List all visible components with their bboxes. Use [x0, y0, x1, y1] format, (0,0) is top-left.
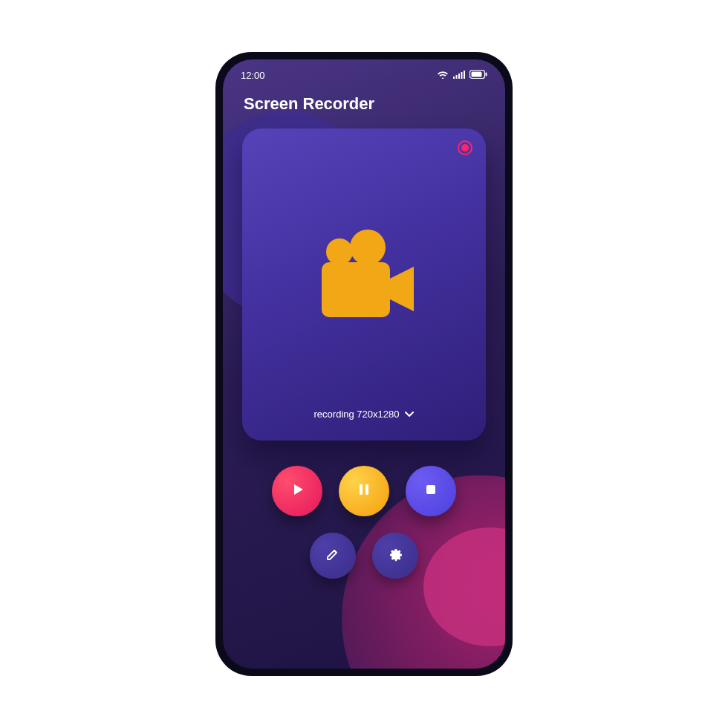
svg-rect-15 — [426, 485, 435, 494]
play-button[interactable] — [272, 466, 322, 516]
signal-icon — [453, 70, 465, 81]
svg-rect-1 — [456, 75, 458, 79]
status-icons — [437, 70, 487, 81]
svg-rect-14 — [365, 484, 368, 495]
svg-rect-7 — [486, 73, 487, 77]
stop-button[interactable] — [406, 466, 456, 516]
svg-rect-4 — [464, 71, 465, 79]
settings-button[interactable] — [372, 533, 418, 579]
screen: 12:00 Screen Recorder — [223, 59, 505, 669]
chevron-down-icon — [405, 409, 414, 420]
wifi-icon — [437, 70, 449, 81]
resolution-label: recording 720x1280 — [314, 409, 400, 420]
secondary-controls — [223, 533, 505, 579]
status-bar: 12:00 — [223, 59, 505, 84]
stop-icon — [424, 483, 438, 499]
play-icon — [289, 481, 305, 501]
svg-rect-3 — [461, 72, 463, 79]
resolution-selector[interactable]: recording 720x1280 — [314, 409, 415, 420]
app-title: Screen Recorder — [223, 84, 505, 118]
phone-frame: 12:00 Screen Recorder — [215, 52, 513, 676]
edit-button[interactable] — [310, 533, 356, 579]
pause-button[interactable] — [339, 466, 389, 516]
battery-icon — [469, 70, 487, 81]
svg-rect-8 — [322, 262, 390, 317]
record-indicator-icon — [458, 140, 472, 155]
camera-icon — [308, 225, 420, 322]
svg-point-11 — [350, 230, 386, 265]
preview-card: recording 720x1280 — [242, 129, 486, 441]
gear-icon — [386, 545, 404, 566]
svg-point-10 — [326, 238, 353, 265]
svg-marker-9 — [390, 267, 414, 311]
svg-rect-0 — [453, 77, 455, 79]
primary-controls — [223, 466, 505, 516]
svg-rect-6 — [472, 72, 482, 77]
svg-rect-13 — [360, 484, 363, 495]
pause-icon — [357, 482, 371, 500]
svg-rect-2 — [458, 74, 460, 79]
pencil-icon — [325, 546, 341, 565]
svg-marker-12 — [294, 484, 303, 495]
status-time: 12:00 — [241, 70, 265, 81]
